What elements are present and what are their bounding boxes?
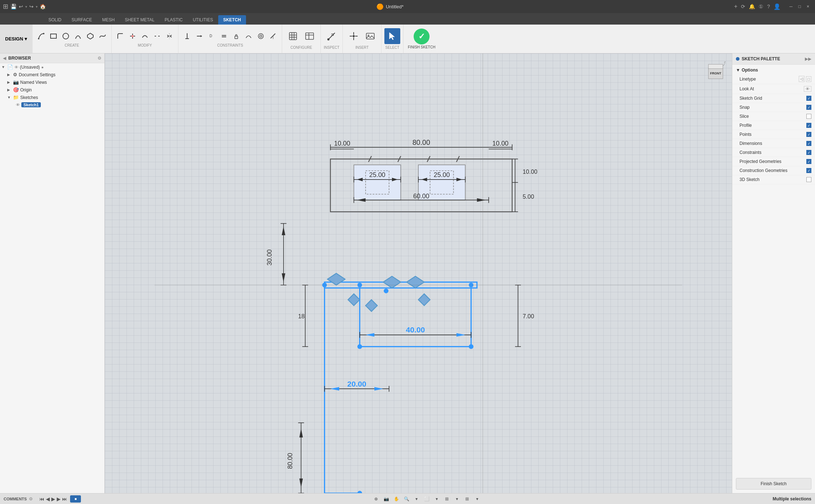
points-checkbox[interactable]: ✓	[806, 132, 811, 137]
tree-item-named-views[interactable]: ▶ 📷 Named Views	[0, 78, 104, 86]
break-tool[interactable]	[151, 30, 163, 42]
option-points[interactable]: Points ✓	[732, 130, 815, 139]
view-icon[interactable]: 📷	[382, 495, 391, 503]
notification-icon[interactable]: 🔔	[749, 4, 755, 9]
redo-icon[interactable]: ↪	[29, 4, 34, 9]
insert-point-tool[interactable]	[346, 28, 362, 44]
extend-tool[interactable]	[139, 30, 151, 42]
option-profile[interactable]: Profile ✓	[732, 121, 815, 130]
constraints-checkbox[interactable]: ✓	[806, 150, 811, 155]
linetype-icon2[interactable]: □	[806, 76, 811, 82]
grid-dropdown[interactable]: ▾	[453, 495, 461, 503]
option-slice[interactable]: Slice	[732, 112, 815, 121]
minimize-btn[interactable]: ─	[786, 4, 795, 9]
pan-icon[interactable]: ✋	[392, 495, 401, 503]
option-projected-geometries[interactable]: Projected Geometries ✓	[732, 157, 815, 166]
linetype-icon1[interactable]: ◁	[799, 76, 805, 82]
save-icon[interactable]: 💾	[10, 4, 17, 9]
more-dropdown[interactable]: ▾	[473, 495, 482, 503]
orbit-icon[interactable]: ⊕	[372, 495, 380, 503]
configure-tool[interactable]	[285, 28, 301, 44]
playback-last-btn[interactable]: ⏭	[62, 496, 67, 502]
user-icon[interactable]: ①	[759, 4, 763, 9]
select-tool[interactable]	[384, 28, 400, 44]
comments-settings-icon[interactable]: ⚙	[29, 496, 33, 501]
sketch-grid-checkbox[interactable]: ✓	[806, 96, 811, 101]
finish-sketch-button[interactable]: ✓ FINISH SKETCH	[404, 25, 440, 53]
fillet-tool[interactable]	[115, 30, 126, 42]
option-3d-sketch[interactable]: 3D Sketch	[732, 175, 815, 184]
design-button[interactable]: DESIGN ▾	[0, 25, 33, 53]
tab-solid[interactable]: SOLID	[43, 15, 66, 25]
unsaved-visibility[interactable]: 👁	[14, 65, 18, 69]
polygon-tool[interactable]	[85, 30, 96, 42]
look-at-icon[interactable]: 👁	[804, 86, 811, 92]
tangent-constraint[interactable]	[243, 30, 254, 42]
spline-tool[interactable]	[97, 30, 108, 42]
3d-sketch-checkbox[interactable]	[806, 177, 811, 182]
projected-geo-checkbox[interactable]: ✓	[806, 159, 811, 164]
maximize-btn[interactable]: □	[795, 4, 804, 9]
display-mode-icon[interactable]: ⬜	[422, 495, 431, 503]
profile-checkbox[interactable]: ✓	[806, 123, 811, 128]
finish-sketch-palette-button[interactable]: Finish Sketch	[736, 478, 811, 490]
more-options-icon[interactable]: ⊞	[463, 495, 471, 503]
equal-constraint[interactable]	[218, 30, 230, 42]
playback-first-btn[interactable]: ⏮	[39, 496, 44, 502]
account-icon[interactable]: 👤	[773, 3, 781, 10]
canvas-area[interactable]: FRONT Z	[105, 53, 732, 493]
arc-tool[interactable]	[72, 30, 84, 42]
rectangle-tool[interactable]	[48, 30, 59, 42]
tab-sheet-metal[interactable]: SHEET METAL	[120, 15, 159, 25]
concentric-constraint[interactable]	[255, 30, 267, 42]
tab-plastic[interactable]: PLASTIC	[160, 15, 188, 25]
app-grid-icon[interactable]: ⊞	[3, 3, 8, 10]
display-mode-dropdown[interactable]: ▾	[432, 495, 441, 503]
question-icon[interactable]: ?	[767, 4, 770, 9]
options-header[interactable]: ▼ Options	[732, 66, 815, 74]
slice-checkbox[interactable]	[806, 114, 811, 119]
dimensions-checkbox[interactable]: ✓	[806, 141, 811, 146]
perpendicular-constraint[interactable]	[267, 30, 279, 42]
new-tab-btn[interactable]: +	[734, 3, 737, 10]
playback-play-btn[interactable]: ▶	[51, 496, 55, 502]
home-icon[interactable]: 🏠	[40, 4, 46, 9]
browser-collapse-icon[interactable]: ◀	[3, 56, 6, 61]
insert-image-tool[interactable]	[362, 28, 378, 44]
tab-surface[interactable]: SURFACE	[66, 15, 97, 25]
tree-item-sketches[interactable]: ▼ 📁 Sketches	[0, 94, 104, 101]
undo-icon[interactable]: ↩	[19, 4, 23, 9]
snap-checkbox[interactable]: ✓	[806, 105, 811, 110]
option-snap[interactable]: Snap ✓	[732, 103, 815, 112]
timeline-marker[interactable]: ■	[70, 495, 81, 503]
close-btn[interactable]: ×	[804, 4, 812, 9]
trim-tool[interactable]	[127, 30, 138, 42]
zoom-dropdown[interactable]: ▾	[412, 495, 421, 503]
construction-geo-checkbox[interactable]: ✓	[806, 168, 811, 173]
tab-sketch[interactable]: SKETCH	[218, 15, 246, 25]
fix-constraint[interactable]	[181, 30, 193, 42]
tab-utilities[interactable]: UTILITIES	[188, 15, 218, 25]
tree-item-unsaved[interactable]: ▼ 📄 👁 (Unsaved) ●	[0, 63, 104, 71]
palette-expand-icon[interactable]: ▶▶	[805, 56, 811, 61]
option-constraints[interactable]: Constraints ✓	[732, 148, 815, 157]
refresh-icon[interactable]: ⟳	[741, 4, 745, 9]
table-tool[interactable]	[302, 28, 318, 44]
measure-tool[interactable]	[324, 28, 340, 44]
sketch1-visibility[interactable]: 👁	[16, 103, 20, 107]
tree-item-doc-settings[interactable]: ▶ ⚙ Document Settings	[0, 71, 104, 78]
zoom-icon[interactable]: 🔍	[402, 495, 411, 503]
lock-constraint[interactable]	[230, 30, 242, 42]
grid-icon[interactable]: ⊞	[443, 495, 451, 503]
playback-next-btn[interactable]: ▶	[57, 496, 61, 502]
tree-item-sketch1[interactable]: 👁 Sketch1	[0, 101, 104, 108]
browser-settings-icon[interactable]: ⚙	[98, 56, 102, 61]
option-sketch-grid[interactable]: Sketch Grid ✓	[732, 94, 815, 103]
circle-tool[interactable]	[60, 30, 72, 42]
mirror-tool[interactable]	[164, 30, 175, 42]
option-construction-geometries[interactable]: Construction Geometries ✓	[732, 166, 815, 175]
tree-item-origin[interactable]: ▶ 🎯 Origin	[0, 86, 104, 94]
view-cube[interactable]: FRONT Z	[703, 59, 728, 84]
line-tool[interactable]	[35, 30, 47, 42]
horizontal-constraint[interactable]	[194, 30, 205, 42]
